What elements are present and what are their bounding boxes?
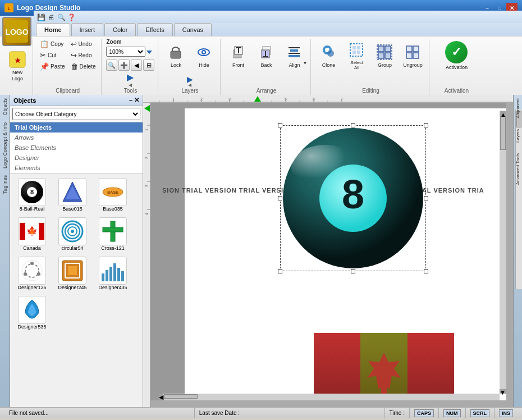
right-alignment-label[interactable]: Alignment bbox=[514, 95, 521, 122]
align-button[interactable]: Align ▼ bbox=[281, 39, 307, 72]
svg-rect-67 bbox=[121, 271, 124, 281]
category-select[interactable]: Choose Object Category Trial Objects Arr… bbox=[12, 108, 140, 120]
cat-designer[interactable]: Designer bbox=[10, 153, 143, 163]
cut-button[interactable]: ✂ Cut bbox=[38, 50, 67, 61]
scroll-left-btn[interactable]: ◀ bbox=[159, 394, 163, 400]
obj-canada[interactable]: 🍁 Canada bbox=[12, 215, 52, 253]
group-button[interactable]: Group bbox=[372, 39, 397, 72]
undo-label: Undo bbox=[79, 41, 92, 47]
obj-cross121-label: Cross-121 bbox=[101, 245, 125, 251]
scroll-down-btn[interactable]: ▼ bbox=[500, 389, 506, 394]
layers-arrow[interactable]: ▶ ◀ bbox=[187, 75, 193, 88]
zoom-fit-btn[interactable]: ⊞ bbox=[143, 60, 154, 71]
tab-effects[interactable]: Effects bbox=[137, 23, 172, 36]
obj-base015-label: Base015 bbox=[62, 206, 83, 212]
zoom-in-btn[interactable]: ➕ bbox=[118, 60, 130, 71]
copy-button[interactable]: 📋 Copy bbox=[38, 39, 67, 49]
canvas-8ball[interactable]: 8 bbox=[280, 125, 426, 271]
lock-icon bbox=[167, 43, 185, 61]
handle-tc[interactable] bbox=[351, 123, 355, 127]
tab-insert[interactable]: Insert bbox=[71, 23, 104, 36]
quick-access-toolbar: 💾 🖨 🔍 ❓ bbox=[34, 11, 522, 23]
obj-designer135[interactable]: Designer135 bbox=[12, 254, 52, 293]
cat-arrows[interactable]: Arrows bbox=[10, 133, 143, 143]
objects-minimize-btn[interactable]: – bbox=[129, 97, 132, 104]
svg-rect-29 bbox=[385, 46, 391, 52]
hide-button[interactable]: Hide bbox=[191, 39, 217, 72]
handle-bl[interactable] bbox=[278, 269, 282, 273]
svg-text:1: 1 bbox=[145, 129, 149, 131]
zoom-out-btn[interactable]: 🔍 bbox=[106, 60, 117, 71]
obj-circular54[interactable]: circular54 bbox=[53, 215, 92, 253]
svg-point-51 bbox=[71, 230, 74, 233]
handle-br[interactable] bbox=[424, 269, 428, 273]
tools-group: Zoom 100% 50% 75% 125% 150% 200% 🔍 ➕ ◀ ⊞ bbox=[103, 39, 158, 95]
qa-save[interactable]: 💾 bbox=[36, 12, 46, 22]
sidebar-objects-label[interactable]: Objects bbox=[1, 95, 9, 119]
activation-button[interactable]: ✓ Activation bbox=[434, 39, 479, 72]
paste-button[interactable]: 📌 Paste bbox=[38, 61, 67, 72]
canvas-scroll-area[interactable]: SION TRIAL VERSION TRIAL VERSION TRIAL V… bbox=[151, 103, 506, 400]
horizontal-scrollbar[interactable]: ◀ bbox=[159, 394, 500, 400]
lock-button[interactable]: Lock bbox=[163, 39, 189, 72]
obj-base015[interactable]: Base015 bbox=[53, 176, 92, 214]
obj-designer245[interactable]: Designer245 bbox=[53, 254, 92, 293]
obj-base035[interactable]: BASE Base035 bbox=[93, 176, 132, 214]
handle-mr[interactable] bbox=[424, 196, 428, 200]
zoom-arrow[interactable] bbox=[146, 51, 152, 54]
redo-button[interactable]: ↪ Redo bbox=[68, 50, 98, 61]
obj-designer435[interactable]: Designer435 bbox=[93, 254, 132, 293]
new-logo-button[interactable]: ★ NewLogo bbox=[4, 49, 30, 84]
ungroup-button[interactable]: Ungroup bbox=[400, 39, 425, 72]
last-save-section: Last save Date : bbox=[195, 408, 385, 418]
delete-button[interactable]: 🗑 Delete bbox=[68, 61, 98, 72]
select-all-button[interactable]: SelectAll bbox=[344, 39, 369, 72]
objects-close-btn[interactable]: ✕ bbox=[134, 97, 139, 104]
tab-home[interactable]: Home bbox=[36, 23, 70, 36]
sidebar-taglines-label[interactable]: Taglines bbox=[1, 172, 9, 197]
status-bar: File not saved... Last save Date : Time … bbox=[0, 407, 522, 418]
tab-color[interactable]: Color bbox=[104, 23, 136, 36]
qa-print[interactable]: 🖨 bbox=[46, 12, 56, 22]
zoom-prev-btn[interactable]: ◀ bbox=[131, 60, 142, 71]
handle-tl[interactable] bbox=[278, 123, 282, 127]
redo-icon: ↪ bbox=[71, 51, 77, 60]
cat-trial[interactable]: Trial Objects bbox=[10, 122, 143, 133]
handle-tr[interactable] bbox=[424, 123, 428, 127]
svg-rect-105 bbox=[314, 333, 360, 400]
cat-elements[interactable]: Elements bbox=[10, 163, 143, 173]
qa-zoom[interactable]: 🔍 bbox=[56, 12, 66, 22]
front-button[interactable]: Front bbox=[225, 39, 251, 72]
svg-point-22 bbox=[327, 50, 334, 57]
right-advanced-label[interactable]: Advanced Tools bbox=[514, 150, 521, 188]
scroll-thumb-v[interactable] bbox=[500, 116, 506, 150]
back-button[interactable]: Back bbox=[253, 39, 279, 72]
obj-8ball-label: 8-Ball-Real bbox=[20, 206, 45, 212]
svg-rect-65 bbox=[113, 263, 116, 281]
main-area: Objects Logo Concept & Info Taglines Obj… bbox=[0, 95, 522, 407]
right-layers-label[interactable]: Layers bbox=[514, 126, 521, 146]
sidebar-logo-concept-label[interactable]: Logo Concept & Info bbox=[1, 119, 9, 172]
obj-cross121[interactable]: Cross-121 bbox=[93, 215, 132, 253]
obj-designer535[interactable]: Designer535 bbox=[12, 294, 52, 332]
tools-arrow1[interactable]: ▶ ◀ bbox=[127, 72, 134, 88]
zoom-dropdown[interactable]: 100% 50% 75% 125% 150% 200% bbox=[106, 47, 145, 57]
scroll-up-btn[interactable]: ▲ bbox=[500, 111, 506, 116]
objects-title: Objects bbox=[13, 97, 36, 104]
undo-button[interactable]: ↩ Undo bbox=[68, 39, 98, 49]
tab-canvas[interactable]: Canvas bbox=[174, 23, 212, 36]
clone-button[interactable]: Clone bbox=[315, 39, 341, 72]
handle-ml[interactable] bbox=[278, 196, 282, 200]
svg-rect-53 bbox=[103, 227, 123, 232]
obj-8ball[interactable]: 8 8-Ball-Real bbox=[12, 176, 52, 214]
scroll-thumb-h[interactable] bbox=[164, 394, 198, 399]
canvas-flag[interactable] bbox=[314, 333, 454, 400]
editing-group: Clone SelectAll bbox=[312, 39, 429, 95]
ins-badge: INS bbox=[499, 409, 513, 417]
vertical-scrollbar[interactable]: ▲ ▼ bbox=[500, 111, 506, 394]
copy-label: Copy bbox=[51, 41, 63, 47]
qa-help[interactable]: ❓ bbox=[66, 12, 76, 22]
obj-designer535-thumb bbox=[18, 296, 46, 324]
cat-base[interactable]: Base Elements bbox=[10, 143, 143, 153]
handle-bc[interactable] bbox=[351, 269, 355, 273]
